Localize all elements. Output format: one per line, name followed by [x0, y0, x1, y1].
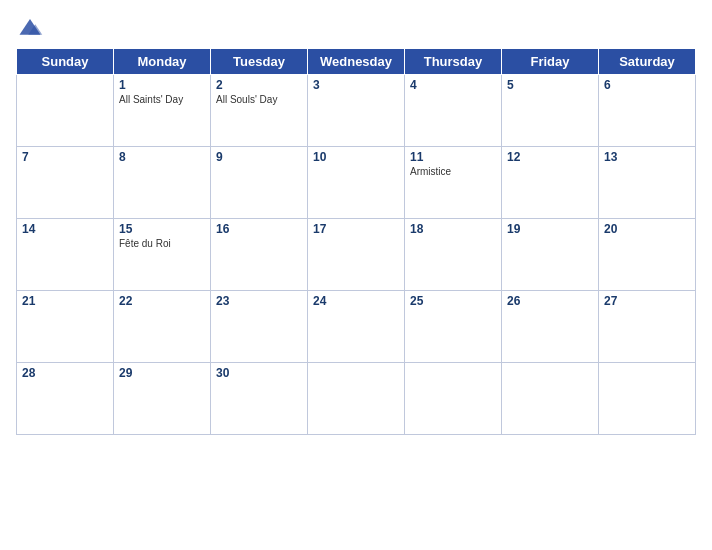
calendar-cell[interactable]: [502, 363, 599, 435]
calendar-cell[interactable]: 10: [308, 147, 405, 219]
holiday-label: All Saints' Day: [119, 94, 205, 105]
calendar-cell[interactable]: 9: [211, 147, 308, 219]
holiday-label: Fête du Roi: [119, 238, 205, 249]
calendar-cell[interactable]: 20: [599, 219, 696, 291]
calendar-cell[interactable]: [308, 363, 405, 435]
calendar-week-2: 7891011Armistice1213: [17, 147, 696, 219]
weekday-header-thursday: Thursday: [405, 49, 502, 75]
calendar-cell[interactable]: 7: [17, 147, 114, 219]
calendar-table: SundayMondayTuesdayWednesdayThursdayFrid…: [16, 48, 696, 435]
weekday-header-sunday: Sunday: [17, 49, 114, 75]
calendar-week-1: 1All Saints' Day2All Souls' Day3456: [17, 75, 696, 147]
day-number: 7: [22, 150, 108, 164]
calendar-cell[interactable]: 4: [405, 75, 502, 147]
day-number: 30: [216, 366, 302, 380]
day-number: 11: [410, 150, 496, 164]
calendar-week-4: 21222324252627: [17, 291, 696, 363]
calendar-cell[interactable]: 21: [17, 291, 114, 363]
day-number: 5: [507, 78, 593, 92]
calendar-cell[interactable]: 28: [17, 363, 114, 435]
calendar-cell[interactable]: 29: [114, 363, 211, 435]
weekday-header-saturday: Saturday: [599, 49, 696, 75]
day-number: 27: [604, 294, 690, 308]
day-number: 1: [119, 78, 205, 92]
weekday-header-row: SundayMondayTuesdayWednesdayThursdayFrid…: [17, 49, 696, 75]
day-number: 20: [604, 222, 690, 236]
calendar-cell[interactable]: 11Armistice: [405, 147, 502, 219]
day-number: 15: [119, 222, 205, 236]
day-number: 26: [507, 294, 593, 308]
calendar-cell[interactable]: 15Fête du Roi: [114, 219, 211, 291]
day-number: 23: [216, 294, 302, 308]
calendar-cell[interactable]: [599, 363, 696, 435]
day-number: 19: [507, 222, 593, 236]
weekday-header-wednesday: Wednesday: [308, 49, 405, 75]
calendar-cell[interactable]: 8: [114, 147, 211, 219]
calendar-cell[interactable]: 24: [308, 291, 405, 363]
calendar-cell[interactable]: 17: [308, 219, 405, 291]
calendar-cell[interactable]: 23: [211, 291, 308, 363]
day-number: 8: [119, 150, 205, 164]
calendar-cell[interactable]: 26: [502, 291, 599, 363]
calendar-cell[interactable]: 1All Saints' Day: [114, 75, 211, 147]
calendar-cell[interactable]: 19: [502, 219, 599, 291]
day-number: 3: [313, 78, 399, 92]
holiday-label: Armistice: [410, 166, 496, 177]
day-number: 17: [313, 222, 399, 236]
day-number: 10: [313, 150, 399, 164]
day-number: 12: [507, 150, 593, 164]
day-number: 16: [216, 222, 302, 236]
weekday-header-monday: Monday: [114, 49, 211, 75]
calendar-week-5: 282930: [17, 363, 696, 435]
calendar-cell[interactable]: 2All Souls' Day: [211, 75, 308, 147]
calendar-cell[interactable]: 22: [114, 291, 211, 363]
calendar-header: [16, 12, 696, 40]
day-number: 2: [216, 78, 302, 92]
weekday-header-friday: Friday: [502, 49, 599, 75]
calendar-cell[interactable]: 27: [599, 291, 696, 363]
day-number: 4: [410, 78, 496, 92]
day-number: 22: [119, 294, 205, 308]
calendar-cell[interactable]: 13: [599, 147, 696, 219]
day-number: 29: [119, 366, 205, 380]
calendar-cell[interactable]: 18: [405, 219, 502, 291]
day-number: 6: [604, 78, 690, 92]
day-number: 28: [22, 366, 108, 380]
day-number: 13: [604, 150, 690, 164]
day-number: 14: [22, 222, 108, 236]
calendar-cell[interactable]: 30: [211, 363, 308, 435]
day-number: 24: [313, 294, 399, 308]
holiday-label: All Souls' Day: [216, 94, 302, 105]
calendar-cell[interactable]: 5: [502, 75, 599, 147]
calendar-cell[interactable]: [405, 363, 502, 435]
day-number: 9: [216, 150, 302, 164]
calendar-cell[interactable]: 3: [308, 75, 405, 147]
calendar-cell[interactable]: 25: [405, 291, 502, 363]
calendar-week-3: 1415Fête du Roi1617181920: [17, 219, 696, 291]
logo-icon: [16, 12, 44, 40]
calendar-cell[interactable]: 6: [599, 75, 696, 147]
calendar-cell[interactable]: 12: [502, 147, 599, 219]
calendar-cell[interactable]: 14: [17, 219, 114, 291]
logo: [16, 12, 48, 40]
day-number: 21: [22, 294, 108, 308]
calendar-cell[interactable]: [17, 75, 114, 147]
day-number: 18: [410, 222, 496, 236]
weekday-header-tuesday: Tuesday: [211, 49, 308, 75]
day-number: 25: [410, 294, 496, 308]
calendar-cell[interactable]: 16: [211, 219, 308, 291]
calendar-container: SundayMondayTuesdayWednesdayThursdayFrid…: [0, 0, 712, 550]
